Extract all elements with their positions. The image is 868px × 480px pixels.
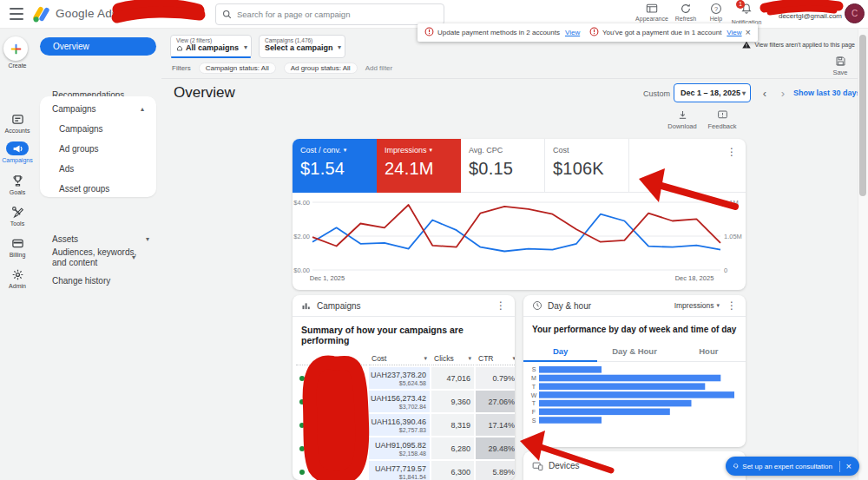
tab-hour[interactable]: Hour [672,342,746,361]
feedback-button[interactable]: Feedback [703,109,741,130]
overflow-menu-icon[interactable]: ⋮ [727,299,737,312]
close-icon[interactable]: × [746,28,751,37]
close-icon[interactable]: × [844,461,854,471]
status-enabled-icon [299,399,305,404]
status-enabled-icon [299,470,305,475]
campaigns-panel-subtitle: Summary of how your campaigns are perfor… [293,317,515,350]
ctr-cell: 29.48% [476,437,515,459]
sidebar-group-campaigns[interactable]: Campaigns▴ [52,100,151,117]
error-icon [589,27,599,38]
metric-dropdown[interactable]: Impressions▾ [674,301,720,310]
headset-icon [733,461,739,471]
sidebar-nav: Overview Recommendations Insights and re… [35,29,161,480]
expert-consultation-button[interactable]: Set up an expert consultation × [726,457,859,476]
filter-chip[interactable]: Campaign status: All [199,62,276,74]
scorecard-value: $1.54 [300,159,369,179]
chevron-down-icon: ▾ [344,147,347,154]
overview-timeseries-chart: $0.000$2.001.05M$4.002.1MDec 1, 2025Dec … [293,193,746,290]
save-icon [835,56,846,67]
scorecard-cost[interactable]: Cost$106K [545,139,629,193]
svg-text:$4.00: $4.00 [293,199,310,207]
tab-day[interactable]: Day [523,342,597,361]
column-name [296,352,367,365]
rail-item-goals[interactable]: Goals [0,174,35,195]
sidebar-item-overview[interactable]: Overview [40,37,156,56]
scrollbar-thumb[interactable] [859,35,866,196]
save-button[interactable]: Save [828,56,852,76]
tab-day-hour[interactable]: Day & Hour [597,342,671,361]
show-last-30-days-link[interactable]: Show last 30 days [793,89,861,97]
search-input[interactable] [237,10,437,19]
column-ctr[interactable]: CTR▾ [476,352,515,365]
status-enabled-icon [299,376,305,381]
scorecard-cost-conv-[interactable]: Cost / conv.▾$1.54 [293,139,377,193]
filter-chip[interactable]: Ad group status: All [284,62,358,74]
svg-text:1.05M: 1.05M [724,233,742,240]
notification-badge: 1 [736,0,745,9]
scorecard-impressions[interactable]: Impressions▾24.1M [377,139,461,193]
sidebar-item-audiences[interactable]: Audiences, keywords, and content▾ [52,244,142,272]
next-period-button[interactable]: › [774,83,792,102]
campaign-name-cell [296,367,367,389]
view-link[interactable]: View [565,29,580,36]
divider [161,78,858,79]
scorecard-label: Impressions [385,146,427,155]
overflow-menu-icon[interactable]: ⋮ [496,299,506,312]
toast-bar: Update payment methods in 2 accountsView… [418,23,758,42]
svg-text:Dec 1, 2025: Dec 1, 2025 [310,274,345,282]
sidebar-item-asset-groups[interactable]: Asset groups [59,180,151,197]
clicks-cell: 6,300 [431,461,474,480]
clock-icon [532,300,542,311]
add-filter-button[interactable]: Add filter [365,64,393,72]
overview-chart-card: Cost / conv.▾$1.54Impressions▾24.1MAvg. … [293,139,746,290]
status-enabled-icon [299,423,305,428]
column-cost[interactable]: Cost▾ [369,352,430,365]
campaign-table-row[interactable]: UAH156,273.42$3,702.849,36027.06% [296,391,511,412]
previous-period-button[interactable]: ‹ [756,83,773,102]
svg-text:0: 0 [724,266,727,274]
cost-cell: UAH116,390.46$2,757.83 [369,414,430,436]
campaign-table-row[interactable]: UAH116,390.46$2,757.838,31917.14% [296,414,511,436]
create-button[interactable] [3,36,28,61]
refresh-button[interactable]: Refresh [669,3,702,22]
sidebar-item-campaigns[interactable]: Campaigns [59,120,151,137]
overflow-menu-icon[interactable]: ⋮ [727,147,737,157]
status-enabled-icon [299,446,305,451]
rail-item-tools[interactable]: Tools [0,205,35,227]
scorecard-label: Cost [553,146,569,155]
billing-icon [6,236,29,250]
campaign-table-row[interactable]: UAH237,378.20$5,624.5847,0160.79% [296,367,511,389]
clicks-cell: 8,319 [431,414,474,436]
rail-item-billing[interactable]: Billing [0,236,35,258]
main-menu-icon[interactable] [10,8,23,20]
clicks-cell: 6,280 [431,437,474,459]
goals-icon [6,174,29,187]
search-bar[interactable] [215,3,444,25]
sidebar-item-change-history[interactable]: Change history [52,272,156,289]
campaign-table-row[interactable]: UAH91,095.82$2,158.486,28029.48% [296,437,511,459]
scorecard-avg-cpc[interactable]: Avg. CPC$0.15 [461,139,545,193]
day-of-week-bar-chart: SMTWTFS [527,365,742,431]
campaign-select-dropdown[interactable]: Campaigns (1,476) Select a campaign ▾ [259,35,345,58]
sidebar-item-ad-groups[interactable]: Ad groups [59,140,151,157]
view-filter-dropdown[interactable]: View (2 filters) All campaigns ▾ [170,35,252,58]
bar-chart-icon [301,300,312,311]
appearance-button[interactable]: Appearance [635,3,668,22]
notification-button[interactable]: 1 Notification [730,3,763,25]
cost-cell: UAH156,273.42$3,702.84 [369,391,430,412]
filters-label: Filters [172,64,191,72]
rail-item-accounts[interactable]: Accounts [0,112,35,134]
avatar[interactable]: C [845,3,865,23]
sidebar-item-ads[interactable]: Ads [59,160,151,177]
date-range-picker[interactable]: Dec 1 – 18, 2025 ▾ [674,83,751,102]
column-clicks[interactable]: Clicks▾ [431,352,474,365]
help-button[interactable]: ? Help [700,3,733,22]
rail-item-campaigns[interactable]: Campaigns [0,141,35,163]
view-link[interactable]: View [727,29,741,36]
svg-text:2.1M: 2.1M [724,199,739,207]
rail-item-admin[interactable]: Admin [0,267,35,289]
sort-arrow-icon: ▾ [512,355,515,362]
campaign-table-row[interactable]: UAH77,719.57$1,841.546,3005.89% [296,461,511,480]
download-button[interactable]: Download [665,109,700,130]
scorecard-row: Cost / conv.▾$1.54Impressions▾24.1MAvg. … [293,139,746,193]
